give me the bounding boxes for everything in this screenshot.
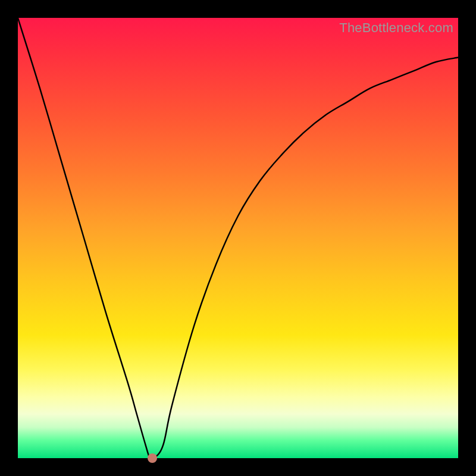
bottleneck-curve bbox=[18, 18, 458, 458]
optimal-point-marker bbox=[148, 453, 157, 463]
plot-area: TheBottleneck.com bbox=[18, 18, 458, 458]
chart-frame: TheBottleneck.com bbox=[0, 0, 476, 476]
